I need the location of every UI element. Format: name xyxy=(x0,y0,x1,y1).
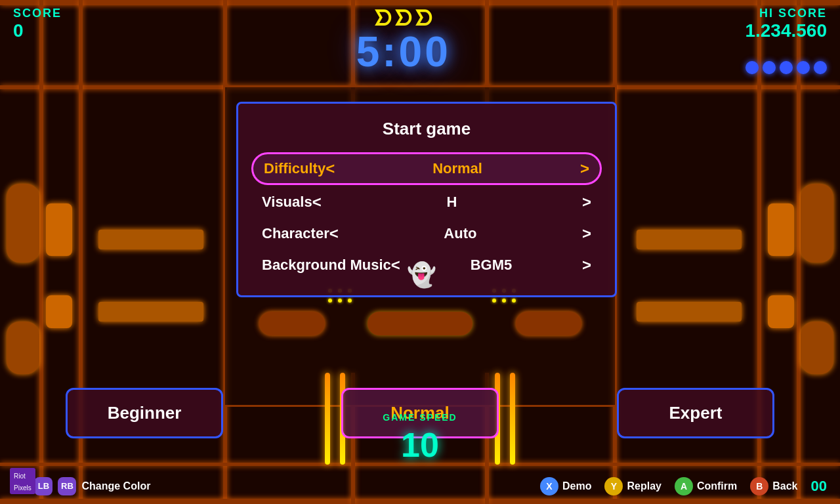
change-color-hint: Change Color xyxy=(81,480,150,492)
riot-pixels-watermark: RiotPixels xyxy=(10,468,35,494)
hint-right-group: X Demo Y Replay A Confirm B Back 00 xyxy=(540,477,827,495)
game-speed-panel: GAME SPEED 10 xyxy=(383,412,457,465)
character-left-arrow[interactable]: < xyxy=(329,224,339,243)
pacman-icon-3: ᗤ xyxy=(415,7,432,31)
a-button[interactable]: A xyxy=(675,477,693,495)
expert-button[interactable]: Expert xyxy=(617,388,774,438)
difficulty-left-arrow[interactable]: < xyxy=(326,159,335,178)
watermark-text: RiotPixels xyxy=(14,472,32,492)
replay-hint: Replay xyxy=(627,480,661,492)
bgm-left-arrow[interactable]: < xyxy=(391,256,400,274)
visuals-left-arrow[interactable]: < xyxy=(312,193,322,211)
bgm-label: Background Music xyxy=(262,257,391,274)
difficulty-value: Normal xyxy=(335,160,580,177)
game-speed-value: 10 xyxy=(383,425,457,465)
beginner-button[interactable]: Beginner xyxy=(66,388,223,438)
lives-section xyxy=(746,61,827,74)
score-section: SCORE 0 xyxy=(13,7,62,41)
ghost-character: 👻 xyxy=(407,261,436,289)
rb-button[interactable]: RB xyxy=(58,477,76,495)
difficulty-label: Difficulty xyxy=(264,160,326,177)
life-3 xyxy=(780,61,793,74)
lb-button[interactable]: LB xyxy=(34,477,52,495)
score-label: SCORE xyxy=(13,7,62,20)
visuals-label: Visuals xyxy=(262,194,312,211)
pacman-arrows: ᗤ ᗤ ᗤ xyxy=(374,7,432,31)
game-speed-label: GAME SPEED xyxy=(383,412,457,423)
a-hint: A Confirm xyxy=(675,477,737,495)
back-hint: Back xyxy=(772,480,797,492)
character-right-arrow[interactable]: > xyxy=(582,224,591,243)
hi-score-value: 1.234.560 xyxy=(745,20,827,41)
pacman-icon-1: ᗤ xyxy=(374,7,392,31)
pacman-icon-2: ᗤ xyxy=(394,7,412,31)
life-5 xyxy=(814,61,827,74)
y-hint: Y Replay xyxy=(604,477,661,495)
header: SCORE 0 ᗤ ᗤ ᗤ 5:00 HI SCORE 1.234.560 xyxy=(0,0,840,85)
hi-score-section: HI SCORE 1.234.560 xyxy=(745,7,827,74)
corner-right-digits: 00 xyxy=(811,478,827,495)
y-button[interactable]: Y xyxy=(604,477,623,495)
life-2 xyxy=(763,61,776,74)
character-value: Auto xyxy=(339,225,582,242)
bgm-right-arrow[interactable]: > xyxy=(582,256,591,274)
b-hint: B Back xyxy=(750,477,797,495)
difficulty-right-arrow[interactable]: > xyxy=(580,159,589,178)
score-value: 0 xyxy=(13,20,24,41)
life-4 xyxy=(797,61,810,74)
visuals-right-arrow[interactable]: > xyxy=(582,193,591,211)
b-button[interactable]: B xyxy=(750,477,768,495)
life-1 xyxy=(746,61,759,74)
hi-score-label: HI SCORE xyxy=(759,7,827,20)
confirm-hint: Confirm xyxy=(697,480,737,492)
timer-display: 5:00 xyxy=(356,31,451,73)
visuals-value: H xyxy=(322,194,582,211)
controller-hints-bar: 00 LB RB Change Color X Demo Y Replay A … xyxy=(0,468,840,504)
x-hint: X Demo xyxy=(540,477,591,495)
character-label: Character xyxy=(262,225,329,242)
visuals-option[interactable]: Visuals < H > xyxy=(251,188,602,217)
x-button[interactable]: X xyxy=(540,477,558,495)
center-header: ᗤ ᗤ ᗤ 5:00 xyxy=(356,7,451,73)
difficulty-option[interactable]: Difficulty < Normal > xyxy=(251,152,602,185)
demo-hint: Demo xyxy=(562,480,591,492)
start-game-button[interactable]: Start game xyxy=(251,114,602,144)
character-option[interactable]: Character < Auto > xyxy=(251,219,602,248)
